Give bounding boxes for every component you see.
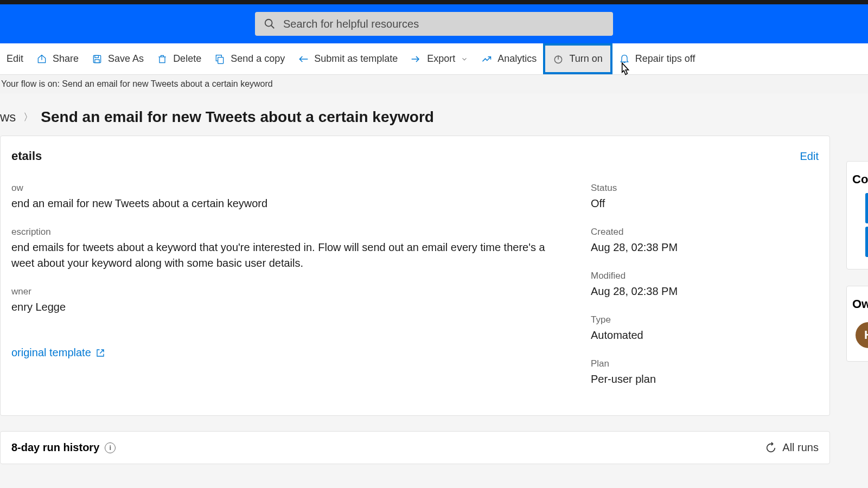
- chevron-down-icon: [461, 55, 468, 63]
- side-card-owners: Ow H: [846, 286, 868, 362]
- plan-label: Plan: [591, 358, 819, 369]
- toolbar: Edit Share Save As Delete Send a copy Su…: [0, 43, 868, 75]
- repair-tips-button[interactable]: Repair tips off: [612, 43, 702, 74]
- details-edit-link[interactable]: Edit: [800, 150, 819, 163]
- save-as-label: Save As: [108, 53, 144, 65]
- save-icon: [92, 54, 103, 65]
- status-message: Your flow is on: Send an email for new T…: [1, 79, 273, 88]
- search-box[interactable]: [255, 12, 613, 36]
- search-icon: [264, 18, 276, 30]
- svg-rect-5: [218, 57, 224, 63]
- analytics-icon: [481, 54, 492, 65]
- header-bar: [0, 4, 868, 43]
- flow-value: end an email for new Tweets about a cert…: [11, 196, 547, 211]
- created-value: Aug 28, 02:38 PM: [591, 240, 819, 255]
- svg-line-1: [271, 25, 275, 29]
- status-bar: Your flow is on: Send an email for new T…: [0, 75, 868, 93]
- history-title-text: 8-day run history: [11, 441, 99, 454]
- avatar-initial: H: [864, 328, 868, 342]
- created-label: Created: [591, 227, 819, 237]
- analytics-label: Analytics: [497, 53, 537, 65]
- description-label: escription: [11, 227, 547, 237]
- status-value: Off: [591, 196, 819, 211]
- svg-rect-3: [95, 55, 99, 57]
- owner-value: enry Legge: [11, 299, 547, 315]
- external-link-icon: [95, 348, 105, 358]
- breadcrumb: ws 〉 Send an email for new Tweets about …: [0, 93, 868, 136]
- share-icon: [36, 54, 47, 65]
- description-value: end emails for tweets about a keyword th…: [11, 240, 547, 271]
- type-label: Type: [591, 314, 819, 325]
- side-card-connections: Co: [846, 161, 868, 269]
- svg-point-0: [265, 20, 272, 27]
- turn-on-button[interactable]: Turn on: [543, 43, 612, 74]
- status-label: Status: [591, 183, 819, 194]
- original-template-link[interactable]: original template: [11, 346, 105, 359]
- svg-rect-4: [95, 59, 99, 62]
- export-label: Export: [427, 53, 455, 65]
- trash-icon: [157, 54, 168, 65]
- plan-value: Per-user plan: [591, 371, 819, 387]
- refresh-icon: [765, 442, 777, 454]
- submit-template-button[interactable]: Submit as template: [291, 43, 404, 74]
- edit-label: Edit: [7, 53, 23, 65]
- flow-label: ow: [11, 183, 547, 194]
- delete-label: Delete: [173, 53, 201, 65]
- breadcrumb-root[interactable]: ws: [0, 110, 16, 125]
- analytics-button[interactable]: Analytics: [475, 43, 543, 74]
- connector-badge-2: [865, 227, 868, 257]
- delete-button[interactable]: Delete: [150, 43, 208, 74]
- submit-icon: [298, 54, 309, 65]
- send-copy-label: Send a copy: [231, 53, 285, 65]
- template-link-text: original template: [11, 346, 91, 359]
- share-label: Share: [53, 53, 79, 65]
- share-button[interactable]: Share: [30, 43, 85, 74]
- edit-button[interactable]: Edit: [0, 43, 30, 74]
- info-icon[interactable]: i: [105, 442, 116, 453]
- details-section-title: etails: [11, 149, 42, 163]
- send-copy-button[interactable]: Send a copy: [208, 43, 291, 74]
- submit-template-label: Submit as template: [314, 53, 398, 65]
- export-button[interactable]: Export: [404, 43, 475, 74]
- export-icon: [411, 54, 422, 65]
- modified-label: Modified: [591, 271, 819, 281]
- top-black-bar: [0, 0, 868, 4]
- run-history-card: 8-day run history i All runs: [0, 431, 830, 464]
- save-as-button[interactable]: Save As: [85, 43, 150, 74]
- all-runs-link[interactable]: All runs: [765, 441, 819, 454]
- owner-label: wner: [11, 286, 547, 297]
- modified-value: Aug 28, 02:38 PM: [591, 284, 819, 299]
- side-co-label: Co: [852, 172, 867, 187]
- type-value: Automated: [591, 328, 819, 343]
- page-title: Send an email for new Tweets about a cer…: [41, 108, 434, 126]
- side-ow-label: Ow: [852, 297, 867, 311]
- chevron-right-icon: 〉: [23, 111, 33, 124]
- repair-tips-label: Repair tips off: [635, 53, 695, 65]
- owner-avatar[interactable]: H: [856, 322, 868, 348]
- turn-on-label: Turn on: [569, 53, 602, 65]
- search-input[interactable]: [283, 18, 604, 30]
- bell-icon: [619, 54, 630, 65]
- connector-badge-1: [865, 193, 868, 223]
- copy-icon: [214, 54, 225, 65]
- all-runs-text: All runs: [782, 441, 819, 454]
- power-icon: [553, 54, 564, 65]
- details-card: etails Edit ow end an email for new Twee…: [0, 136, 830, 416]
